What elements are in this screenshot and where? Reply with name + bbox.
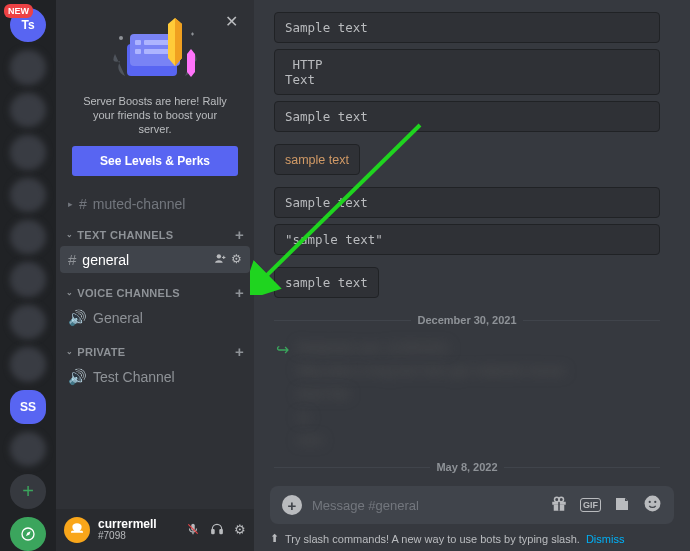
deafen-icon[interactable]	[210, 522, 224, 539]
svg-rect-3	[135, 40, 141, 45]
boost-text: Server Boosts are here! Rally your frien…	[72, 94, 238, 136]
guild-rail: NEW Ts SS +	[0, 0, 56, 551]
svg-point-18	[649, 501, 651, 503]
channel-label: general	[82, 252, 129, 268]
channel-label: General	[93, 310, 143, 326]
user-tag: #7098	[98, 530, 157, 542]
hash-icon: #	[68, 251, 76, 268]
boost-art	[72, 16, 238, 86]
svg-rect-10	[212, 529, 214, 533]
svg-point-16	[559, 497, 564, 502]
guild-ss[interactable]: SS	[10, 390, 46, 424]
voice-test[interactable]: 🔊 Test Channel	[60, 363, 250, 391]
add-channel-icon[interactable]: +	[235, 226, 244, 243]
new-badge: NEW	[4, 4, 33, 18]
guild-item[interactable]	[10, 50, 46, 84]
channel-label: muted-channel	[93, 196, 186, 212]
add-channel-icon[interactable]: +	[235, 284, 244, 301]
category-label: VOICE CHANNELS	[77, 287, 180, 299]
code-block: Sample text	[274, 187, 660, 218]
invite-icon[interactable]	[214, 252, 227, 268]
sticker-icon[interactable]	[613, 495, 631, 516]
category-label: TEXT CHANNELS	[77, 229, 173, 241]
gif-icon[interactable]: GIF	[580, 498, 601, 512]
guild-item[interactable]	[10, 220, 46, 254]
attach-button[interactable]: +	[282, 495, 302, 515]
category-private[interactable]: ⌄PRIVATE +	[60, 333, 250, 362]
category-text[interactable]: ⌄TEXT CHANNELS +	[60, 216, 250, 245]
settings-icon[interactable]: ⚙	[234, 522, 246, 539]
muted-channel[interactable]: ▸ # muted-channel	[60, 192, 250, 216]
date-divider: May 8, 2022	[274, 461, 660, 473]
jump-icon[interactable]: ↪	[274, 336, 289, 451]
code-block: sample text	[274, 267, 379, 298]
channel-sidebar: ✕ Server Boosts are	[56, 0, 254, 551]
category-label: PRIVATE	[77, 346, 125, 358]
boost-card: ✕ Server Boosts are	[64, 8, 246, 184]
message-composer[interactable]: + Message #general GIF	[270, 486, 674, 524]
svg-rect-14	[558, 501, 560, 510]
see-levels-button[interactable]: See Levels & Perks	[72, 146, 238, 176]
guild-item[interactable]	[10, 93, 46, 127]
chevron-right-icon: ▸	[68, 199, 73, 209]
chevron-down-icon: ⌄	[66, 230, 73, 239]
add-channel-icon[interactable]: +	[235, 343, 244, 360]
gift-icon[interactable]	[550, 495, 568, 516]
chevron-down-icon: ⌄	[66, 288, 73, 297]
svg-rect-11	[220, 529, 222, 533]
settings-icon[interactable]: ⚙	[231, 252, 242, 268]
voice-general[interactable]: 🔊 General	[60, 304, 250, 332]
add-server-button[interactable]: +	[10, 474, 46, 508]
code-block: Sample text	[274, 101, 660, 132]
chevron-down-icon: ⌄	[66, 347, 73, 356]
svg-point-7	[119, 36, 123, 40]
hash-icon: #	[79, 196, 87, 212]
category-voice[interactable]: ⌄VOICE CHANNELS +	[60, 274, 250, 303]
code-block: sample text	[274, 144, 360, 175]
explore-button[interactable]	[10, 517, 46, 551]
guild-item[interactable]	[10, 262, 46, 296]
slash-tip: ⬆ Try slash commands! A new way to use b…	[254, 528, 690, 551]
svg-point-17	[645, 496, 661, 512]
guild-item[interactable]	[10, 178, 46, 212]
guild-item[interactable]	[10, 432, 46, 466]
svg-point-19	[654, 501, 656, 503]
tip-text: Try slash commands! A new way to use bot…	[285, 533, 580, 545]
channel-label: Test Channel	[93, 369, 175, 385]
channel-general[interactable]: # general ⚙	[60, 246, 250, 273]
speaker-icon: 🔊	[68, 368, 87, 386]
date-divider: December 30, 2021	[274, 314, 660, 326]
message-input[interactable]: Message #general	[312, 498, 540, 513]
code-block: "sample text"	[274, 224, 660, 255]
guild-item[interactable]	[10, 347, 46, 381]
guild-item[interactable]	[10, 135, 46, 169]
emoji-icon[interactable]	[643, 494, 662, 516]
username: currermell	[98, 518, 157, 530]
svg-rect-5	[135, 49, 141, 54]
chat-main: Sample text HTTP Text Sample text sample…	[254, 0, 690, 551]
dismiss-link[interactable]: Dismiss	[586, 533, 625, 545]
user-panel: currermell #7098 ⚙	[56, 509, 254, 551]
speaker-icon: 🔊	[68, 309, 87, 327]
svg-point-8	[217, 254, 221, 258]
wand-icon: ⬆	[270, 532, 279, 545]
code-block: Sample text	[274, 12, 660, 43]
code-block: HTTP Text	[274, 49, 660, 95]
user-avatar[interactable]	[64, 517, 90, 543]
mute-icon[interactable]	[186, 522, 200, 539]
guild-item[interactable]	[10, 305, 46, 339]
